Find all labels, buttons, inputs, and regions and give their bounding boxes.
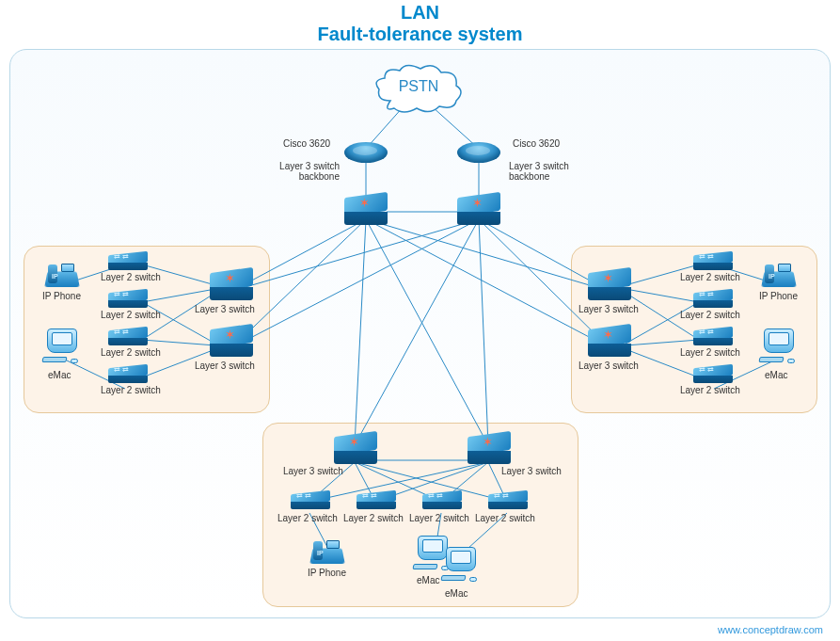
backbone-a-icon	[344, 195, 388, 229]
left-l2-1-label: Layer 2 switch	[101, 272, 161, 282]
bottom-l2-3-icon: ⇄⇄	[422, 492, 462, 511]
bottom-emac2-label: eMac	[445, 588, 468, 599]
backbone-b-label: Layer 3 switch backbone	[509, 161, 580, 182]
right-l2-2-label: Layer 2 switch	[680, 310, 740, 320]
right-l3-2-label: Layer 3 switch	[578, 361, 639, 371]
watermark-link[interactable]: www.conceptdraw.com	[718, 624, 823, 635]
bottom-l2-1-icon: ⇄⇄	[291, 492, 330, 511]
left-l2-4-icon: ⇄⇄	[108, 366, 148, 385]
router-a-label: Cisco 3620	[283, 138, 330, 149]
right-emac-icon	[759, 329, 799, 366]
right-l3-2-icon	[588, 327, 631, 361]
svg-line-15	[355, 219, 479, 445]
left-l2-3-label: Layer 2 switch	[101, 347, 161, 358]
bottom-l3-1-icon	[334, 434, 377, 468]
right-l2-1-icon: ⇄⇄	[693, 253, 733, 272]
right-l3-1-label: Layer 3 switch	[578, 304, 639, 314]
left-emac-label: eMac	[48, 370, 71, 380]
diagram-title: LAN	[0, 0, 840, 24]
left-l3-2-icon	[210, 327, 253, 361]
bottom-l2-3-label: Layer 2 switch	[409, 513, 469, 523]
bottom-l2-4-label: Layer 2 switch	[475, 513, 535, 523]
bottom-emac2-icon	[441, 547, 481, 585]
svg-line-13	[355, 219, 366, 445]
bottom-l2-4-icon: ⇄⇄	[488, 492, 528, 511]
svg-line-14	[366, 219, 488, 445]
right-phone-label: IP Phone	[759, 291, 798, 301]
left-phone-label: IP Phone	[42, 291, 81, 301]
left-l3-1-label: Layer 3 switch	[195, 304, 255, 314]
router-b-label: Cisco 3620	[513, 138, 560, 149]
right-l2-4-label: Layer 2 switch	[680, 385, 740, 395]
left-phone-icon: IP	[44, 261, 80, 289]
right-l2-4-icon: ⇄⇄	[693, 366, 733, 385]
left-l2-1-icon: ⇄⇄	[108, 253, 148, 272]
bottom-phone-icon: IP	[309, 537, 345, 566]
left-l2-3-icon: ⇄⇄	[108, 329, 148, 347]
bottom-l2-2-icon: ⇄⇄	[357, 492, 396, 511]
pstn-cloud-icon: PSTN	[372, 63, 466, 115]
right-phone-icon: IP	[761, 261, 797, 289]
right-l2-3-icon: ⇄⇄	[693, 329, 733, 347]
right-l3-1-icon	[588, 270, 631, 304]
router-b-icon	[456, 136, 501, 168]
left-l3-2-label: Layer 3 switch	[195, 361, 255, 371]
bottom-emac1-label: eMac	[417, 575, 439, 585]
bottom-l3-2-label: Layer 3 switch	[501, 466, 562, 476]
backbone-b-icon	[457, 195, 500, 229]
left-l3-1-icon	[210, 270, 253, 304]
bottom-phone-label: IP Phone	[308, 568, 346, 578]
backbone-a-label: Layer 3 switch backbone	[268, 161, 340, 182]
bottom-l3-2-icon	[468, 434, 511, 468]
bottom-l3-1-label: Layer 3 switch	[283, 466, 343, 476]
left-l2-4-label: Layer 2 switch	[101, 385, 161, 395]
right-l2-1-label: Layer 2 switch	[680, 272, 740, 282]
right-l2-3-label: Layer 2 switch	[680, 347, 740, 358]
diagram-canvas: PSTN Cisco 3620 Cisco 3620 Layer 3 switc…	[9, 49, 831, 618]
bottom-l2-2-label: Layer 2 switch	[343, 513, 404, 523]
right-emac-label: eMac	[765, 370, 787, 380]
right-l2-2-icon: ⇄⇄	[693, 291, 733, 310]
left-emac-icon	[42, 329, 82, 366]
diagram-subtitle: Fault-tolerance system	[0, 24, 840, 45]
left-l2-2-label: Layer 2 switch	[101, 310, 161, 320]
bottom-l2-1-label: Layer 2 switch	[277, 513, 338, 523]
router-a-icon	[343, 136, 388, 168]
pstn-label: PSTN	[372, 78, 466, 95]
left-l2-2-icon: ⇄⇄	[108, 291, 148, 310]
svg-line-16	[479, 219, 488, 445]
